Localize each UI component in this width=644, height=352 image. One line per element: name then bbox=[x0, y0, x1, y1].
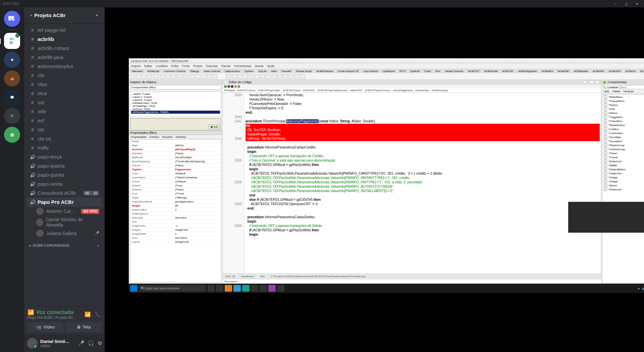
editor-status: 1541: 26 Modificado INS C:\Projetos ACBr… bbox=[223, 274, 601, 279]
category-header[interactable]: ▸ ACBR COMUNIDADE+ bbox=[27, 238, 102, 249]
user-tag: #8860 bbox=[40, 344, 69, 348]
voice-papo-quarta[interactable]: 🔊papo-quarta bbox=[27, 161, 102, 170]
win-maximize[interactable]: ◻ bbox=[622, 1, 631, 7]
avatar[interactable] bbox=[27, 338, 38, 349]
editor-max[interactable] bbox=[589, 80, 594, 84]
screen-button[interactable]: 🖥 Tela bbox=[66, 322, 101, 332]
channel-nfce[interactable]: #nfce bbox=[27, 89, 102, 98]
voice-papo-terça[interactable]: 🔊papo-terça bbox=[27, 152, 102, 161]
props-title: Propriedades (filtro) bbox=[129, 130, 222, 135]
editor-min[interactable] bbox=[583, 80, 588, 84]
task-search[interactable]: 🔍 Digite aqui para pesquisar bbox=[139, 285, 206, 292]
channel-acbrlib-csharp[interactable]: #acbrlib-csharp bbox=[27, 44, 102, 53]
palette-filter[interactable] bbox=[620, 85, 644, 89]
main-stage: Lazarus IDE v2.0.10 r63526 - TEFDemoNF A… bbox=[105, 7, 644, 352]
component-combo[interactable]: Componentes (filtro) bbox=[130, 85, 221, 90]
home-button[interactable] bbox=[4, 11, 20, 27]
pip-preview[interactable] bbox=[568, 202, 644, 233]
channel-nfe[interactable]: #nfe bbox=[27, 71, 102, 80]
prop-tabs[interactable]: PropriedadesEventosFavoritosRestritos bbox=[129, 135, 222, 139]
channel-mfe[interactable]: #mfe bbox=[27, 107, 102, 116]
code-editor[interactable]: Venda.NumOperacao := ProxVenda; Venda.DH… bbox=[244, 93, 601, 274]
channel-cte-os[interactable]: #cte-os bbox=[27, 134, 102, 143]
channel-acbrlib-java[interactable]: #acbrlib-java bbox=[27, 53, 102, 62]
editor-title: 📄Editor de Código bbox=[223, 80, 601, 84]
channel-acbrlib[interactable]: #acbrlib bbox=[27, 35, 102, 44]
channel-tef-paygo-txt[interactable]: #tef-paygo-txt bbox=[27, 25, 102, 35]
voice-member[interactable]: Antonio Car…AO VIVO bbox=[27, 207, 102, 216]
palette-title: 🧩Componentes bbox=[601, 80, 644, 84]
noise-suppress-icon[interactable]: 📶 bbox=[85, 311, 91, 317]
deafen-icon[interactable]: 🎧 bbox=[88, 340, 94, 346]
editor-close[interactable] bbox=[595, 80, 600, 84]
channel-sidebar: ✦ Projeto ACBr #tef-paygo-txt#acbrlib#ac… bbox=[24, 7, 105, 352]
code-gutter[interactable]: 15351540154115451550155515601565 bbox=[223, 93, 244, 274]
voice-Consultoria ACBr[interactable]: 🔊Consultoria ACBr0010 bbox=[27, 188, 102, 197]
win-minimize[interactable]: ─ bbox=[611, 1, 620, 7]
channel-mdfe[interactable]: #mdfe bbox=[27, 143, 102, 152]
server-icon[interactable]: 🦊 bbox=[4, 70, 20, 86]
explore-button[interactable]: 🧭 bbox=[4, 127, 20, 143]
server-acbr[interactable]: ACBr bbox=[4, 33, 20, 49]
palette-tabs[interactable]: ListaPaletaHerança bbox=[601, 90, 644, 94]
screen-share: Lazarus IDE v2.0.10 r63526 - TEFDemoNF A… bbox=[129, 58, 644, 293]
video-button[interactable]: 📹 Vídeo bbox=[28, 322, 63, 332]
add-server-button[interactable]: + bbox=[4, 108, 20, 124]
ide-titlebar: Lazarus IDE v2.0.10 r63526 - TEFDemoNF bbox=[129, 58, 644, 64]
voice-status: 📶Voz conectada bbox=[28, 309, 77, 315]
channel-cte[interactable]: #cte bbox=[27, 125, 102, 134]
settings-icon[interactable]: ⚙ bbox=[98, 340, 102, 346]
user-name: Daniel Simõ… bbox=[40, 339, 69, 344]
server-icon[interactable]: ❄ bbox=[4, 52, 20, 68]
voice-papo-quinta[interactable]: 🔊papo-quinta bbox=[27, 170, 102, 179]
palette-list[interactable]: TMainMenuTPopupMenuTButtonTEditTMemoTTog… bbox=[602, 95, 644, 283]
ide-menu[interactable]: ArquivoEditarLocalizarExibirFonteProjeto… bbox=[129, 64, 644, 68]
voice-member[interactable]: Juliana Galera🎤̷ bbox=[27, 229, 102, 238]
start-button[interactable] bbox=[130, 285, 138, 292]
channel-ecf[interactable]: #ecf bbox=[27, 116, 102, 125]
editor-breadcrumb[interactable]: frPrincipalACBrTEFComumACBrTEFPayGoWebAC… bbox=[223, 89, 601, 93]
channel-sat[interactable]: #sat bbox=[27, 98, 102, 107]
object-inspector-title: Inspetor de Objetos bbox=[129, 80, 222, 84]
messages-pane[interactable]: Mensagens bbox=[223, 279, 601, 284]
editor-toolbar[interactable] bbox=[223, 84, 601, 89]
server-header[interactable]: ✦ Projeto ACBr bbox=[24, 7, 105, 23]
form-designer[interactable]: ◀ Volt bbox=[130, 118, 221, 130]
server-rail: ACBr ❄ 🦊 💬 + 🧭 bbox=[0, 7, 24, 352]
add-channel-icon[interactable]: + bbox=[97, 244, 99, 248]
chevron-down-icon bbox=[95, 13, 99, 18]
voice-sub: Papo Pro ACBr / Projeto AC… bbox=[28, 315, 77, 319]
disconnect-icon[interactable]: 📞 bbox=[95, 311, 101, 317]
user-footer: Daniel Simõ… #8860 🎤 🎧 ⚙ bbox=[24, 335, 105, 352]
ide-toolbar[interactable] bbox=[129, 73, 644, 80]
property-grid[interactable]: ActionAlignalNoneAnchors[akTop,akRight]A… bbox=[130, 139, 221, 282]
channel-nfse[interactable]: #nfse bbox=[27, 80, 102, 89]
app-title: DISCORD bbox=[3, 2, 19, 6]
server-icon[interactable]: 💬 bbox=[4, 89, 20, 105]
windows-taskbar[interactable]: 🔍 Digite aqui para pesquisar ▲🔊📶PTB03/02… bbox=[129, 284, 644, 293]
voice-papo-sexta[interactable]: 🔊papo-sexta bbox=[27, 179, 102, 188]
mute-icon[interactable]: 🎤 bbox=[78, 340, 85, 346]
voice-Papo Pro ACBr[interactable]: 🔊Papo Pro ACBr bbox=[27, 197, 102, 207]
component-tree[interactable]: Label5: TLabelLabel11: TLabelLabel13: TL… bbox=[130, 92, 221, 117]
channel-acbrmonitorplus[interactable]: #acbrmonitorplus bbox=[27, 62, 102, 71]
win-close[interactable]: ✕ bbox=[633, 1, 641, 7]
ide-component-tabs[interactable]: StandardAdditionalCommon ControlsDialogs… bbox=[129, 68, 644, 73]
voice-member[interactable]: Daniel Simões de Almeida bbox=[27, 216, 102, 229]
